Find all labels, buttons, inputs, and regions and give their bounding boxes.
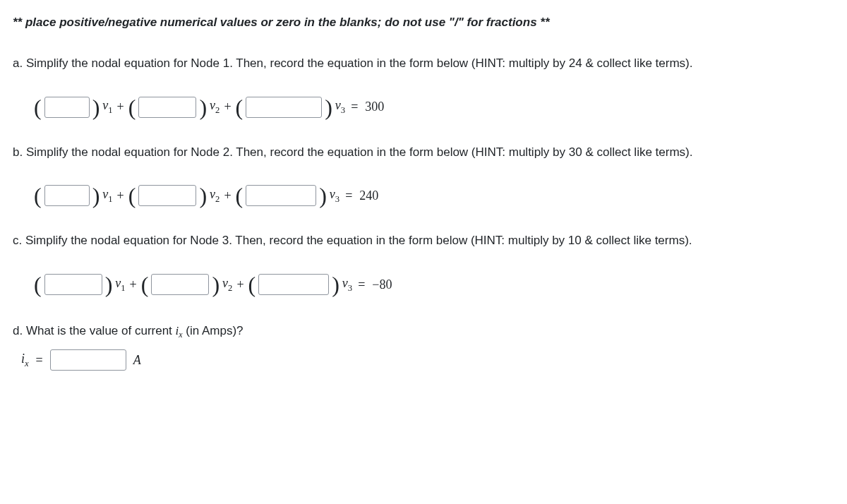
plus: + (224, 187, 231, 205)
lparen: ( (34, 273, 42, 296)
equals: = (36, 352, 43, 369)
part-d-prompt: d. What is the value of current ix (in A… (13, 323, 834, 341)
term-v3: v3 (335, 97, 345, 116)
part-a-coef-v2[interactable] (138, 97, 196, 118)
part-a: a. Simplify the nodal equation for Node … (13, 55, 834, 119)
plus: + (236, 276, 244, 294)
lparen: ( (34, 96, 42, 119)
part-a-prompt: a. Simplify the nodal equation for Node … (13, 55, 834, 72)
part-b-equation: ( ) v1 + ( ) v2 + ( ) v3 = 240 (34, 184, 834, 207)
part-c-rhs: −80 (372, 276, 392, 294)
term-v3: v3 (330, 186, 340, 205)
plus: + (130, 276, 137, 294)
part-d-ix-value[interactable] (50, 349, 126, 371)
part-c-coef-v3[interactable] (258, 274, 329, 295)
lparen: ( (248, 273, 256, 296)
instruction-text: ** place positive/negative numerical val… (13, 14, 834, 31)
part-a-coef-v1[interactable] (44, 97, 90, 118)
part-a-rhs: 300 (365, 98, 384, 116)
rparen: ) (319, 184, 327, 207)
term-v2: v2 (210, 97, 220, 116)
part-c: c. Simplify the nodal equation for Node … (13, 232, 834, 296)
part-d-answer: ix = A (21, 349, 834, 371)
term-v2: v2 (210, 186, 220, 205)
rparen: ) (105, 273, 113, 296)
rparen: ) (325, 96, 332, 119)
term-v1: v1 (102, 97, 112, 116)
part-d: d. What is the value of current ix (in A… (13, 323, 834, 371)
lparen: ( (236, 184, 244, 207)
lparen: ( (141, 273, 149, 296)
part-b-coef-v1[interactable] (44, 185, 90, 206)
part-c-prompt: c. Simplify the nodal equation for Node … (13, 232, 834, 249)
plus: + (117, 187, 124, 205)
term-v2: v2 (222, 275, 232, 294)
part-a-coef-v3[interactable] (246, 97, 322, 118)
part-b-coef-v3[interactable] (246, 185, 316, 206)
lparen: ( (128, 184, 136, 207)
plus: + (117, 98, 124, 116)
part-b-prompt: b. Simplify the nodal equation for Node … (13, 144, 834, 161)
term-v1: v1 (115, 275, 125, 294)
part-b-rhs: 240 (359, 187, 378, 205)
equals: = (351, 98, 358, 116)
rparen: ) (332, 273, 340, 296)
rparen: ) (92, 96, 100, 119)
equals: = (358, 276, 365, 294)
term-v1: v1 (102, 186, 112, 205)
ix-label: ix (21, 350, 29, 370)
part-c-coef-v1[interactable] (44, 274, 102, 295)
part-b: b. Simplify the nodal equation for Node … (13, 144, 834, 208)
lparen: ( (236, 96, 244, 119)
plus: + (224, 98, 231, 116)
part-b-coef-v2[interactable] (138, 185, 196, 206)
lparen: ( (128, 96, 136, 119)
rparen: ) (199, 96, 207, 119)
part-c-equation: ( ) v1 + ( ) v2 + ( ) v3 = −80 (34, 273, 834, 296)
lparen: ( (34, 184, 42, 207)
rparen: ) (199, 184, 207, 207)
equals: = (345, 187, 352, 205)
part-c-coef-v2[interactable] (151, 274, 209, 295)
rparen: ) (92, 184, 100, 207)
part-a-equation: ( ) v1 + ( ) v2 + ( ) v3 = 300 (34, 96, 834, 119)
term-v3: v3 (342, 275, 352, 294)
rparen: ) (212, 273, 220, 296)
unit-amp: A (133, 352, 141, 369)
